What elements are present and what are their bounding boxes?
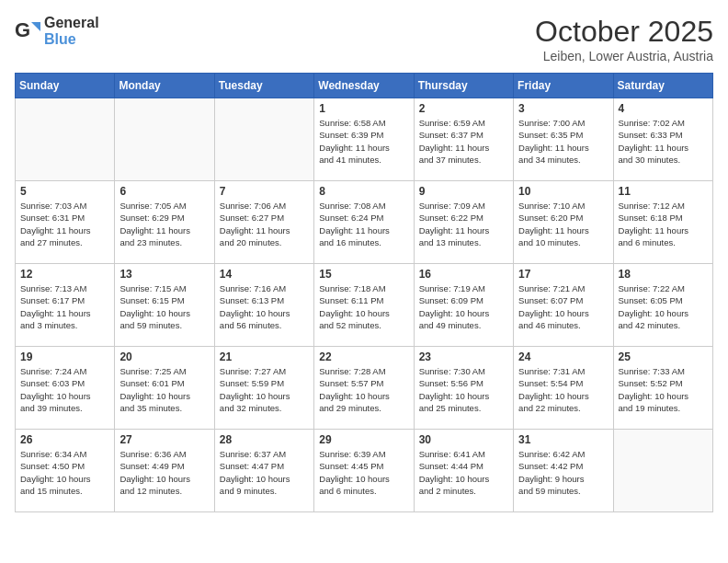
month-title: October 2025 <box>535 15 713 49</box>
day-number: 11 <box>619 185 708 198</box>
day-info: Sunrise: 6:59 AM Sunset: 6:37 PM Dayligh… <box>419 117 508 166</box>
logo: G General Blue <box>15 15 99 48</box>
day-info: Sunrise: 7:25 AM Sunset: 6:01 PM Dayligh… <box>119 365 209 414</box>
calendar-cell: 14Sunrise: 7:16 AM Sunset: 6:13 PM Dayli… <box>214 264 313 347</box>
day-number: 12 <box>20 268 109 281</box>
day-number: 4 <box>619 102 708 115</box>
day-number: 30 <box>419 433 508 446</box>
calendar-cell: 31Sunrise: 6:42 AM Sunset: 4:42 PM Dayli… <box>514 430 613 512</box>
day-info: Sunrise: 7:00 AM Sunset: 6:35 PM Dayligh… <box>518 117 608 166</box>
day-info: Sunrise: 6:36 AM Sunset: 4:49 PM Dayligh… <box>119 448 209 497</box>
calendar-cell: 22Sunrise: 7:28 AM Sunset: 5:57 PM Dayli… <box>314 347 414 430</box>
day-number: 22 <box>319 350 408 363</box>
calendar-cell: 21Sunrise: 7:27 AM Sunset: 5:59 PM Dayli… <box>214 347 313 430</box>
calendar-table: SundayMondayTuesdayWednesdayThursdayFrid… <box>15 73 713 512</box>
day-number: 23 <box>419 350 508 363</box>
calendar-cell <box>115 98 214 181</box>
calendar-cell: 23Sunrise: 7:30 AM Sunset: 5:56 PM Dayli… <box>414 347 513 430</box>
day-info: Sunrise: 7:06 AM Sunset: 6:27 PM Dayligh… <box>220 200 309 248</box>
calendar-cell <box>214 98 313 181</box>
calendar-cell: 27Sunrise: 6:36 AM Sunset: 4:49 PM Dayli… <box>115 430 214 512</box>
day-info: Sunrise: 6:58 AM Sunset: 6:39 PM Dayligh… <box>319 117 408 166</box>
day-info: Sunrise: 6:34 AM Sunset: 4:50 PM Dayligh… <box>20 448 109 497</box>
calendar-cell: 24Sunrise: 7:31 AM Sunset: 5:54 PM Dayli… <box>514 347 613 430</box>
weekday-header-sunday: Sunday <box>16 74 115 98</box>
day-info: Sunrise: 7:13 AM Sunset: 6:17 PM Dayligh… <box>20 282 109 331</box>
weekday-header-row: SundayMondayTuesdayWednesdayThursdayFrid… <box>16 74 713 98</box>
weekday-header-thursday: Thursday <box>414 74 513 98</box>
weekday-header-friday: Friday <box>514 74 613 98</box>
day-info: Sunrise: 7:31 AM Sunset: 5:54 PM Dayligh… <box>518 365 608 414</box>
day-info: Sunrise: 7:24 AM Sunset: 6:03 PM Dayligh… <box>20 365 109 414</box>
page-header: G General Blue October 2025 Leiben, Lowe… <box>15 15 713 63</box>
location: Leiben, Lower Austria, Austria <box>535 49 713 63</box>
day-info: Sunrise: 6:37 AM Sunset: 4:47 PM Dayligh… <box>220 448 309 497</box>
calendar-cell: 11Sunrise: 7:12 AM Sunset: 6:18 PM Dayli… <box>613 181 712 264</box>
day-number: 25 <box>619 350 708 363</box>
day-info: Sunrise: 7:03 AM Sunset: 6:31 PM Dayligh… <box>20 200 109 248</box>
calendar-cell <box>613 430 712 512</box>
week-row-5: 26Sunrise: 6:34 AM Sunset: 4:50 PM Dayli… <box>16 430 713 512</box>
day-number: 7 <box>220 185 309 198</box>
week-row-4: 19Sunrise: 7:24 AM Sunset: 6:03 PM Dayli… <box>16 347 713 430</box>
day-number: 27 <box>119 433 209 446</box>
day-number: 8 <box>319 185 408 198</box>
calendar-cell: 13Sunrise: 7:15 AM Sunset: 6:15 PM Dayli… <box>115 264 214 347</box>
day-number: 6 <box>119 185 209 198</box>
day-number: 14 <box>220 268 309 281</box>
day-number: 29 <box>319 433 408 446</box>
day-info: Sunrise: 7:10 AM Sunset: 6:20 PM Dayligh… <box>518 200 608 248</box>
week-row-1: 1Sunrise: 6:58 AM Sunset: 6:39 PM Daylig… <box>16 98 713 181</box>
day-info: Sunrise: 7:15 AM Sunset: 6:15 PM Dayligh… <box>119 282 209 331</box>
day-number: 19 <box>20 350 109 363</box>
day-number: 2 <box>419 102 508 115</box>
day-number: 28 <box>220 433 309 446</box>
day-info: Sunrise: 7:08 AM Sunset: 6:24 PM Dayligh… <box>319 200 408 248</box>
day-number: 18 <box>619 268 708 281</box>
day-info: Sunrise: 7:33 AM Sunset: 5:52 PM Dayligh… <box>619 365 708 414</box>
day-number: 5 <box>20 185 109 198</box>
logo-line2: Blue <box>44 31 99 48</box>
day-info: Sunrise: 7:21 AM Sunset: 6:07 PM Dayligh… <box>518 282 608 331</box>
calendar-cell <box>16 98 115 181</box>
day-info: Sunrise: 7:30 AM Sunset: 5:56 PM Dayligh… <box>419 365 508 414</box>
calendar-cell: 17Sunrise: 7:21 AM Sunset: 6:07 PM Dayli… <box>514 264 613 347</box>
day-info: Sunrise: 7:12 AM Sunset: 6:18 PM Dayligh… <box>619 200 708 248</box>
calendar-cell: 26Sunrise: 6:34 AM Sunset: 4:50 PM Dayli… <box>16 430 115 512</box>
calendar-cell: 2Sunrise: 6:59 AM Sunset: 6:37 PM Daylig… <box>414 98 513 181</box>
calendar-cell: 8Sunrise: 7:08 AM Sunset: 6:24 PM Daylig… <box>314 181 414 264</box>
calendar-cell: 18Sunrise: 7:22 AM Sunset: 6:05 PM Dayli… <box>613 264 712 347</box>
week-row-3: 12Sunrise: 7:13 AM Sunset: 6:17 PM Dayli… <box>16 264 713 347</box>
day-info: Sunrise: 7:05 AM Sunset: 6:29 PM Dayligh… <box>119 200 209 248</box>
day-info: Sunrise: 7:19 AM Sunset: 6:09 PM Dayligh… <box>419 282 508 331</box>
day-number: 15 <box>319 268 408 281</box>
day-number: 31 <box>518 433 608 446</box>
calendar-cell: 3Sunrise: 7:00 AM Sunset: 6:35 PM Daylig… <box>514 98 613 181</box>
day-number: 1 <box>319 102 408 115</box>
title-area: October 2025 Leiben, Lower Austria, Aust… <box>535 15 713 63</box>
day-number: 3 <box>518 102 608 115</box>
day-info: Sunrise: 6:41 AM Sunset: 4:44 PM Dayligh… <box>419 448 508 497</box>
day-info: Sunrise: 6:39 AM Sunset: 4:45 PM Dayligh… <box>319 448 408 497</box>
day-number: 21 <box>220 350 309 363</box>
day-info: Sunrise: 7:18 AM Sunset: 6:11 PM Dayligh… <box>319 282 408 331</box>
day-info: Sunrise: 7:22 AM Sunset: 6:05 PM Dayligh… <box>619 282 708 331</box>
logo-icon: G <box>15 18 40 44</box>
day-number: 26 <box>20 433 109 446</box>
weekday-header-saturday: Saturday <box>613 74 712 98</box>
calendar-cell: 1Sunrise: 6:58 AM Sunset: 6:39 PM Daylig… <box>314 98 414 181</box>
logo-line1: General <box>44 15 99 31</box>
day-info: Sunrise: 6:42 AM Sunset: 4:42 PM Dayligh… <box>518 448 608 497</box>
day-info: Sunrise: 7:09 AM Sunset: 6:22 PM Dayligh… <box>419 200 508 248</box>
svg-marker-1 <box>31 22 40 31</box>
calendar-cell: 16Sunrise: 7:19 AM Sunset: 6:09 PM Dayli… <box>414 264 513 347</box>
weekday-header-monday: Monday <box>115 74 214 98</box>
day-number: 17 <box>518 268 608 281</box>
day-number: 13 <box>119 268 209 281</box>
calendar-cell: 25Sunrise: 7:33 AM Sunset: 5:52 PM Dayli… <box>613 347 712 430</box>
calendar-cell: 6Sunrise: 7:05 AM Sunset: 6:29 PM Daylig… <box>115 181 214 264</box>
week-row-2: 5Sunrise: 7:03 AM Sunset: 6:31 PM Daylig… <box>16 181 713 264</box>
day-info: Sunrise: 7:28 AM Sunset: 5:57 PM Dayligh… <box>319 365 408 414</box>
day-number: 9 <box>419 185 508 198</box>
day-info: Sunrise: 7:02 AM Sunset: 6:33 PM Dayligh… <box>619 117 708 166</box>
